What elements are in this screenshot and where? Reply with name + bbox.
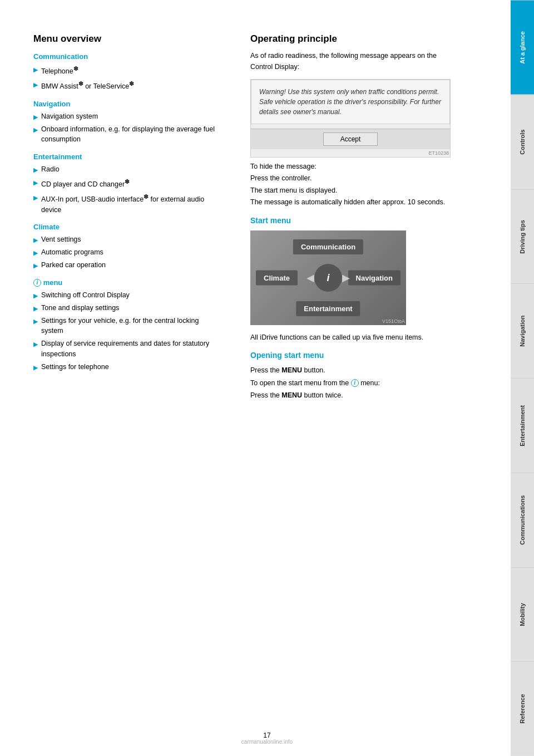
item-text: CD player and CD changer✽ [41,177,130,190]
imenu-title-text: menu [43,278,63,287]
sm-image-badge: V151CtoA [382,318,405,324]
tab-label: Mobility [519,603,526,626]
entertainment-list: ▶ Radio ▶ CD player and CD changer✽ ▶ AU… [33,164,222,215]
i-icon-inline: i [351,379,359,387]
section-climate: Climate ▶ Vent settings ▶ Automatic prog… [33,223,222,270]
section-navigation: Navigation ▶ Navigation system ▶ Onboard… [33,100,222,145]
item-text: Switching off Control Display [41,290,130,301]
entertainment-title: Entertainment [33,153,222,161]
item-text: Settings for telephone [41,362,109,372]
list-item: ▶ Tone and display settings [33,303,222,313]
section-entertainment: Entertainment ▶ Radio ▶ CD player and CD… [33,153,222,215]
warning-box: Warning! Use this system only when traff… [251,80,450,124]
left-column: Menu overview Communication ▶ Telephone✽… [33,33,222,734]
hide-line-2: Press the controller. [250,173,451,184]
bullet-icon: ▶ [33,363,38,372]
star: ✽ [144,193,149,200]
sidebar-item-mobility[interactable]: Mobility [511,567,534,662]
arrow-right-icon: ▶ [342,272,350,284]
list-item: ▶ Automatic programs [33,247,222,258]
item-text: Navigation system [41,111,98,122]
list-item: ▶ AUX-In port, USB-audio interface✽ for … [33,192,222,215]
imenu-list: ▶ Switching off Control Display ▶ Tone a… [33,290,222,372]
bullet-icon: ▶ [33,178,38,188]
sm-center-i-icon: i [327,272,329,284]
hide-message-block: To hide the message: Press the controlle… [250,161,451,208]
opening-menu-bold-1: MENU [281,366,302,374]
opening-line-1: Press the MENU button. [250,364,451,377]
list-item: ▶ Parked car operation [33,260,222,271]
sidebar-item-controls[interactable]: Controls [511,95,534,189]
list-item: ▶ Telephone✽ [33,64,222,77]
list-item: ▶ Switching off Control Display [33,290,222,301]
warning-text: Warning! Use this system only when traff… [259,88,441,116]
sm-climate-label: Climate [256,271,298,286]
warning-box-container: Warning! Use this system only when traff… [250,79,451,158]
sidebar-item-entertainment[interactable]: Entertainment [511,378,534,473]
list-item: ▶ BMW Assist✽ or TeleService✽ [33,79,222,92]
list-item: ▶ Settings for your vehicle, e.g. for th… [33,316,222,337]
item-text: Parked car operation [41,260,106,271]
item-text: Display of service requirements and date… [41,338,222,360]
sidebar-item-at-a-glance[interactable]: At a glance [511,0,534,95]
opening-line-3: Press the MENU button twice. [250,389,451,402]
sm-communication-label: Communication [293,239,363,254]
tab-label: Communications [519,495,526,545]
star: ✽ [125,178,130,185]
bullet-icon: ▶ [33,340,38,349]
climate-list: ▶ Vent settings ▶ Automatic programs ▶ P… [33,234,222,270]
sidebar-item-navigation[interactable]: Navigation [511,283,534,378]
list-item: ▶ Onboard information, e.g. for displayi… [33,124,222,145]
item-text: AUX-In port, USB-audio interface✽ for ex… [41,192,222,215]
arrow-left-icon: ◀ [306,272,314,284]
navigation-list: ▶ Navigation system ▶ Onboard informatio… [33,111,222,145]
accept-row: Accept [251,129,450,149]
list-item: ▶ CD player and CD changer✽ [33,177,222,190]
section-communication: Communication ▶ Telephone✽ ▶ BMW Assist✽… [33,52,222,92]
i-icon: i [33,279,41,287]
star: ✽ [73,65,78,72]
accept-button[interactable]: Accept [323,132,378,146]
bullet-icon: ▶ [33,193,38,203]
item-text: Radio [41,164,60,175]
bullet-icon: ▶ [33,304,38,313]
opening-line3-post: button twice. [302,391,343,399]
item-text: Settings for your vehicle, e.g. for the … [41,316,222,337]
item-text: BMW Assist✽ or TeleService✽ [41,79,134,92]
page-number: 17 [263,732,270,739]
page-container: Menu overview Communication ▶ Telephone✽… [0,0,534,756]
sidebar-item-communications[interactable]: Communications [511,473,534,567]
list-item: ▶ Radio [33,164,222,175]
communication-list: ▶ Telephone✽ ▶ BMW Assist✽ or TeleServic… [33,64,222,92]
bullet-icon: ▶ [33,125,38,135]
tab-label: Controls [519,130,526,155]
bullet-icon: ▶ [33,65,38,75]
list-item: ▶ Navigation system [33,111,222,122]
item-text: Tone and display settings [41,303,119,313]
image-badge: ET10238 [428,150,449,156]
opening-line1-pre: Press the [250,366,281,374]
navigation-title: Navigation [33,100,222,108]
item-text: Telephone✽ [41,64,78,77]
bullet-icon: ▶ [33,235,38,245]
climate-title: Climate [33,223,222,231]
opening-text: Press the MENU button. To open the start… [250,364,451,402]
watermark: carmanualonline.info [241,739,293,745]
idrive-text: All iDrive functions can be called up vi… [250,332,451,343]
tab-label: Reference [519,694,526,724]
star: ✽ [78,80,83,87]
sidebar-item-driving-tips[interactable]: Driving tips [511,189,534,284]
tab-label: Navigation [519,316,526,347]
sm-navigation-label: Navigation [348,271,400,286]
bullet-icon: ▶ [33,165,38,175]
bullet-icon: ▶ [33,317,38,326]
opening-line3-pre: Press the [250,391,281,399]
sidebar-item-reference[interactable]: Reference [511,661,534,756]
bullet-icon: ▶ [33,112,38,122]
op-description: As of radio readiness, the following mes… [250,50,451,72]
tab-label: At a glance [519,31,526,64]
bullet-icon: ▶ [33,248,38,258]
opening-menu-bold-2: MENU [281,391,302,399]
bullet-icon: ▶ [33,261,38,271]
opening-line1-post: button. [302,366,325,374]
